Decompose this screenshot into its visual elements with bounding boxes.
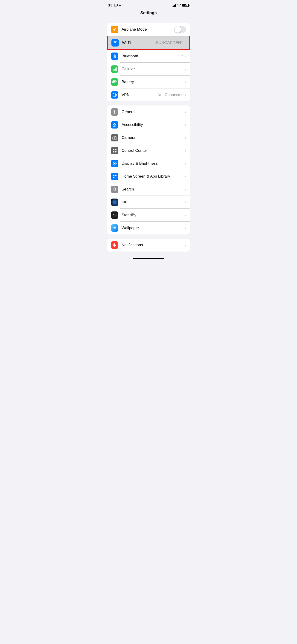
wifi-chevron: › [184, 41, 186, 45]
camera-label: Camera [122, 136, 185, 140]
svg-rect-5 [116, 81, 117, 82]
search-label: Search [122, 187, 185, 192]
home-indicator-container [104, 252, 194, 263]
battery-chevron: › [185, 80, 186, 84]
general-label: General [122, 110, 185, 114]
svg-rect-6 [113, 81, 116, 82]
search-row[interactable]: Search › [107, 183, 190, 196]
airplane-toggle-track[interactable] [174, 26, 186, 33]
bluetooth-label: Bluetooth [122, 54, 178, 58]
home-screen-label: Home Screen & App Library [122, 174, 185, 179]
bluetooth-icon [111, 52, 118, 60]
svg-point-13 [114, 138, 115, 138]
cellular-icon [111, 66, 118, 73]
wallpaper-label: Wallpaper [122, 226, 185, 230]
header-divider [104, 19, 194, 19]
general-chevron: › [185, 110, 186, 114]
airplane-mode-row[interactable]: Airplane Mode [107, 23, 190, 36]
connectivity-group: Airplane Mode Wi-Fi SUNGARDEN1 › Bluet [107, 23, 190, 101]
svg-point-10 [114, 111, 115, 113]
airplane-toggle-knob [174, 26, 181, 33]
wallpaper-row[interactable]: Wallpaper › [107, 222, 190, 234]
svg-rect-1 [114, 69, 115, 71]
svg-rect-21 [113, 177, 114, 178]
search-icon [111, 186, 118, 193]
airplane-mode-icon [111, 26, 118, 33]
airplane-mode-toggle[interactable] [174, 26, 186, 33]
svg-rect-22 [115, 177, 116, 177]
location-icon: ► [119, 4, 122, 7]
battery-icon-row [111, 78, 118, 86]
home-indicator[interactable] [133, 258, 164, 259]
bar4 [175, 4, 176, 7]
standby-row[interactable]: 12 StandBy › [107, 209, 190, 222]
svg-rect-2 [115, 68, 116, 71]
general-row[interactable]: General › [107, 106, 190, 118]
battery-row[interactable]: Battery › [107, 76, 190, 88]
status-time: 13:13 ► [108, 3, 122, 7]
siri-row[interactable]: Siri › [107, 196, 190, 209]
vpn-chevron: › [185, 93, 186, 97]
svg-rect-15 [115, 149, 116, 150]
home-screen-chevron: › [185, 174, 186, 178]
control-center-row[interactable]: Control Center › [107, 144, 190, 157]
svg-point-32 [115, 243, 116, 244]
airplane-mode-label: Airplane Mode [122, 27, 174, 32]
general-icon [111, 108, 118, 116]
cellular-chevron: › [185, 67, 186, 71]
notifications-row[interactable]: Notifications › [107, 238, 190, 252]
wifi-status-icon [177, 4, 181, 7]
camera-row[interactable]: Camera › [107, 131, 190, 144]
signal-bars [172, 4, 176, 7]
standby-label: StandBy [122, 213, 185, 218]
display-brightness-row[interactable]: Display & Brightness › [107, 157, 190, 170]
display-brightness-icon [111, 160, 118, 167]
home-screen-row[interactable]: Home Screen & App Library › [107, 170, 190, 183]
battery-status: 51 [182, 4, 189, 7]
standby-icon: 12 [111, 212, 118, 219]
svg-point-11 [114, 123, 115, 124]
notifications-label: Notifications [122, 243, 185, 247]
battery-percent: 51 [184, 4, 187, 6]
svg-rect-20 [115, 174, 116, 176]
vpn-label: VPN [122, 92, 158, 97]
svg-rect-28 [113, 214, 114, 215]
bluetooth-row[interactable]: Bluetooth On › [107, 50, 190, 63]
camera-chevron: › [185, 136, 186, 140]
accessibility-chevron: › [185, 123, 186, 127]
wifi-label: Wi-Fi [122, 40, 156, 45]
svg-rect-23 [116, 177, 116, 177]
control-center-chevron: › [185, 149, 186, 152]
svg-rect-19 [113, 174, 114, 176]
wallpaper-chevron: › [185, 226, 186, 230]
status-icons: 51 [172, 4, 189, 7]
bar1 [172, 6, 172, 7]
siri-chevron: › [185, 200, 186, 204]
home-screen-icon [111, 173, 118, 180]
siri-icon [111, 198, 118, 206]
time-display: 13:13 [108, 3, 118, 7]
cellular-label: Cellular [122, 67, 185, 72]
bar2 [173, 6, 174, 7]
vpn-icon [111, 91, 118, 98]
bluetooth-value: On [178, 54, 184, 58]
wallpaper-icon [111, 224, 118, 232]
wifi-row[interactable]: Wi-Fi SUNGARDEN1 › [107, 36, 190, 50]
svg-rect-0 [113, 69, 114, 71]
cellular-row[interactable]: Cellular › [107, 63, 190, 76]
svg-rect-29 [113, 215, 114, 215]
accessibility-row[interactable]: Accessibility › [107, 118, 190, 131]
vpn-row[interactable]: VPN Not Connected › [107, 88, 190, 101]
page-title: Settings [104, 9, 194, 19]
svg-rect-3 [116, 67, 117, 71]
svg-rect-25 [116, 178, 116, 178]
notifications-icon [111, 242, 118, 249]
battery-label: Battery [122, 80, 185, 84]
accessibility-icon [111, 121, 118, 128]
notifications-chevron: › [185, 243, 186, 247]
wifi-icon [112, 39, 119, 46]
camera-icon [111, 134, 118, 142]
search-chevron: › [185, 188, 186, 191]
display-brightness-label: Display & Brightness [122, 161, 185, 166]
svg-rect-17 [115, 151, 116, 152]
